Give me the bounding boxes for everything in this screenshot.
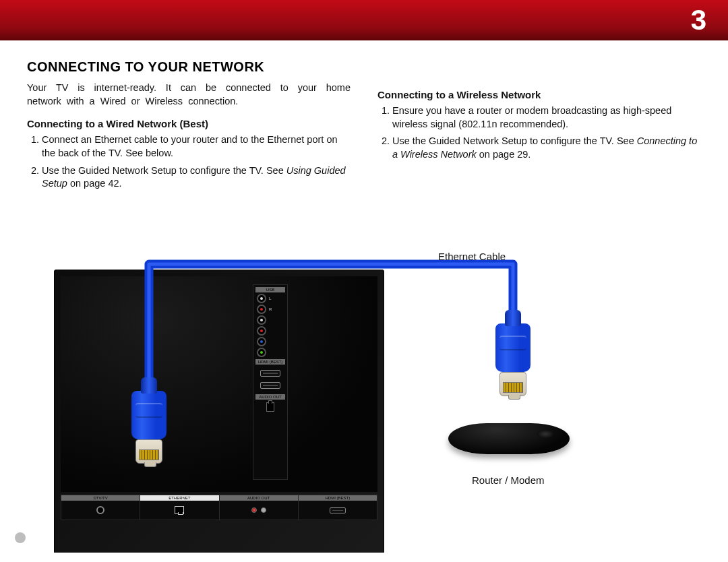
page-dot-icon <box>15 532 26 543</box>
port-group-dtv: DTV/TV <box>61 495 140 520</box>
intro-text: Your TV is internet-ready. It can be con… <box>27 82 351 108</box>
av-port-icon <box>257 315 266 325</box>
list-item: Use the Guided Network Setup to configur… <box>42 164 351 191</box>
hdmi-side-label: HDMI (BEST) <box>255 359 285 365</box>
tv-body: USB L R HDMI (BEST) AUDIO OUT DT <box>54 270 384 553</box>
hdmi-port-icon <box>260 370 280 377</box>
rj45-connector-router-side <box>495 323 530 396</box>
wired-heading: Connecting to a Wired Network (Best) <box>27 117 351 131</box>
audio-port-icon <box>251 507 257 513</box>
section-title: CONNECTING TO YOUR NETWORK <box>27 59 701 75</box>
page-number: 3 <box>691 4 706 36</box>
wireless-heading: Connecting to a Wireless Network <box>377 88 701 102</box>
rj45-connector-tv-side <box>131 391 166 464</box>
side-port-strip: USB L R HDMI (BEST) AUDIO OUT <box>253 284 288 480</box>
ethernet-port-icon <box>175 506 184 514</box>
list-item: Connect an Ethernet cable to your router… <box>42 133 351 160</box>
optical-port-icon <box>266 402 274 412</box>
tv-back-panel: USB L R HDMI (BEST) AUDIO OUT DT <box>0 229 398 562</box>
hdmi-port-icon <box>260 382 280 389</box>
tv-back-surface <box>61 276 377 492</box>
bottom-port-bar: DTV/TV ETHERNET AUDIO OUT HDMI (BEST) <box>61 495 377 520</box>
port-group-hdmi: HDMI (BEST) <box>299 495 377 520</box>
port-group-audio-out: AUDIO OUT <box>220 495 299 520</box>
port-group-ethernet: ETHERNET <box>140 495 219 520</box>
right-column: Connecting to a Wireless Network Ensure … <box>377 82 701 195</box>
av-port-icon <box>257 305 266 314</box>
list-item: Use the Guided Network Setup to configur… <box>392 135 701 161</box>
component-port-icon <box>257 337 266 346</box>
wireless-steps: Ensure you have a router or modem broadc… <box>377 104 701 161</box>
hdmi-port-icon <box>330 507 346 513</box>
usb-label: USB <box>255 287 285 292</box>
left-column: Your TV is internet-ready. It can be con… <box>27 82 351 195</box>
audio-out-side-label: AUDIO OUT <box>255 394 285 400</box>
router-modem-label: Router / Modem <box>472 474 545 486</box>
av-port-icon <box>257 294 266 303</box>
router-modem-illustration <box>448 423 570 464</box>
chapter-header: 3 <box>0 0 728 40</box>
coax-port-icon <box>96 506 104 514</box>
component-port-icon <box>257 326 266 336</box>
wired-steps: Connect an Ethernet cable to your router… <box>27 133 351 190</box>
ethernet-cable-label: Ethernet Cable <box>438 251 506 262</box>
component-port-icon <box>257 348 266 357</box>
list-item: Ensure you have a router or modem broadc… <box>392 104 701 131</box>
diagram-area: USB L R HDMI (BEST) AUDIO OUT DT <box>0 229 728 562</box>
audio-port-icon <box>261 507 266 513</box>
